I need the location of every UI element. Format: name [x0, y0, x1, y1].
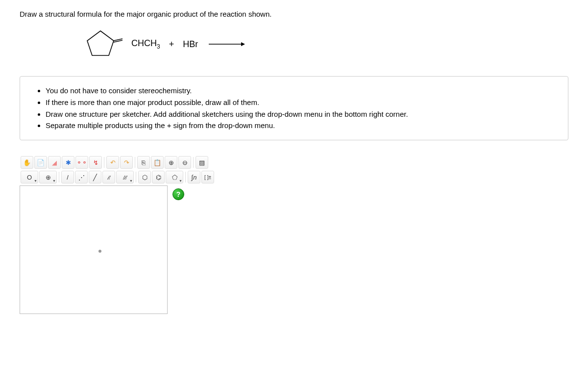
charge-dropdown[interactable]: ⊕▼ [39, 171, 57, 183]
color-icon[interactable]: ▨ [196, 156, 208, 169]
center-icon[interactable]: ✱ [62, 156, 74, 169]
question-text: Draw a structural formula for the major … [20, 10, 568, 18]
svg-marker-0 [87, 31, 114, 55]
instructions-box: You do not have to consider stereochemis… [20, 76, 568, 140]
reagent-hbr: HBr [183, 39, 198, 50]
instruction-item: You do not have to consider stereochemis… [46, 85, 557, 96]
single-bond-icon[interactable]: / [61, 171, 74, 183]
dashed-bond-icon[interactable]: ⋰ [75, 171, 88, 183]
open-file-icon[interactable]: 📄 [34, 156, 47, 169]
cyclopentane-structure [83, 27, 122, 61]
clean-icon[interactable]: ⚬⚬ [75, 156, 88, 169]
sketcher-toolbar: ✋ 📄 ◢ ✱ ⚬⚬ ↯ ↶ ↷ ⎘ 📋 ⊕ ⊖ ▨ O▼ ⊕▼ / ⋰ ╱ ⫽… [20, 155, 284, 185]
zoom-out-icon[interactable]: ⊖ [178, 156, 191, 169]
reaction-scheme: CHCH3 + HBr [83, 27, 568, 61]
canvas-start-dot [98, 250, 101, 253]
optimize-icon[interactable]: ↯ [89, 156, 102, 169]
triple-bond-dropdown[interactable]: ⫻▼ [116, 171, 134, 183]
hand-tool-icon[interactable]: ✋ [21, 156, 33, 169]
erase-icon[interactable]: ◢ [48, 156, 61, 169]
paste-icon[interactable]: 📋 [151, 156, 164, 169]
copy-icon[interactable]: ⎘ [137, 156, 150, 169]
double-bond-icon[interactable]: ⫽ [102, 171, 115, 183]
chain-tool-icon[interactable]: ∫n [188, 171, 200, 183]
redo-icon[interactable]: ↷ [120, 156, 133, 169]
wedge-bond-icon[interactable]: ╱ [89, 171, 101, 183]
undo-icon[interactable]: ↶ [106, 156, 119, 169]
atom-dropdown[interactable]: O▼ [21, 171, 38, 183]
svg-marker-4 [241, 42, 245, 46]
hexagon-ring-icon[interactable]: ⬡ [138, 171, 151, 183]
sketcher-widget: ✋ 📄 ◢ ✱ ⚬⚬ ↯ ↶ ↷ ⎘ 📋 ⊕ ⊖ ▨ O▼ ⊕▼ / ⋰ ╱ ⫽… [20, 155, 284, 314]
instruction-item: If there is more than one major product … [46, 97, 557, 108]
help-button[interactable]: ? [172, 188, 184, 200]
substituent-label: CHCH3 [131, 38, 160, 50]
reaction-arrow [207, 39, 246, 49]
plus-sign: + [169, 39, 174, 50]
sketcher-canvas[interactable] [20, 185, 168, 314]
pentagon-ring-dropdown[interactable]: ⬠▼ [166, 171, 183, 183]
bracket-tool-icon[interactable]: [ ]± [201, 171, 214, 183]
zoom-in-icon[interactable]: ⊕ [165, 156, 177, 169]
instruction-item: Draw one structure per sketcher. Add add… [46, 109, 557, 120]
instruction-item: Separate multiple products using the + s… [46, 120, 557, 131]
benzene-ring-icon[interactable]: ⌬ [152, 171, 165, 183]
